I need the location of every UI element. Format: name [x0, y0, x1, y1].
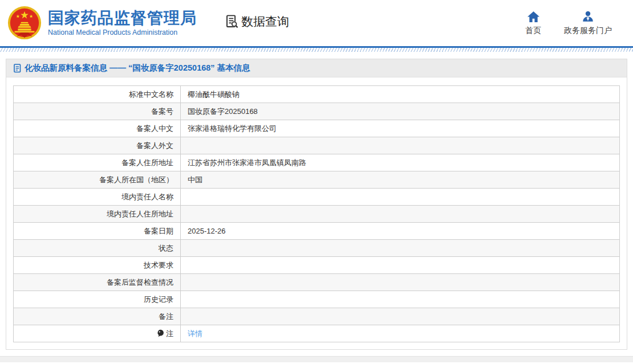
- row-label: 注: [14, 325, 181, 342]
- row-value: 2025-12-26: [181, 223, 620, 240]
- row-label: 历史记录: [14, 291, 181, 308]
- row-value: 详情: [181, 325, 620, 342]
- row-label: 备案人中文: [14, 120, 181, 137]
- user-icon: [582, 10, 594, 23]
- row-value: [181, 308, 620, 325]
- row-value: [181, 189, 620, 206]
- row-value: [181, 274, 620, 291]
- info-table-body: 标准中文名称椰油酰牛磺酸钠备案号国妆原备字20250168备案人中文张家港格瑞特…: [14, 86, 620, 342]
- table-row: 备案日期2025-12-26: [14, 223, 620, 240]
- breadcrumb: 化妆品新原料备案信息 —— “国妆原备字20250168” 基本信息: [6, 59, 627, 77]
- table-row: 标准中文名称椰油酰牛磺酸钠: [14, 86, 620, 103]
- table-row: 备案人住所地址江苏省苏州市张家港市凤凰镇凤南路: [14, 154, 620, 171]
- row-value: 国妆原备字20250168: [181, 103, 620, 120]
- row-value: [181, 206, 620, 223]
- note-balloon-icon: [157, 329, 164, 339]
- nav-portal-label: 政务服务门户: [564, 26, 612, 36]
- document-icon: [14, 64, 22, 73]
- data-query-label: 数据查询: [241, 14, 289, 30]
- row-label: 备案后监督检查情况: [14, 274, 181, 291]
- nav-portal[interactable]: 政务服务门户: [564, 10, 612, 36]
- row-value: 江苏省苏州市张家港市凤凰镇凤南路: [181, 154, 620, 171]
- nav-home-label: 首页: [525, 26, 541, 36]
- table-row: 历史记录: [14, 291, 620, 308]
- home-icon: [527, 10, 540, 23]
- row-label: 备案日期: [14, 223, 181, 240]
- row-label: 备案号: [14, 103, 181, 120]
- row-value: [181, 257, 620, 274]
- row-label: 境内责任人名称: [14, 189, 181, 206]
- row-label: 状态: [14, 240, 181, 257]
- row-label: 境内责任人住所地址: [14, 206, 181, 223]
- table-row: 备注: [14, 308, 620, 325]
- table-row: 备案人所在国（地区）中国: [14, 171, 620, 189]
- table-row: 境内责任人住所地址: [14, 206, 620, 223]
- site-header: 国家药品监督管理局 National Medical Products Admi…: [0, 0, 633, 46]
- table-row: 注详情: [14, 325, 620, 342]
- row-label: 备案人住所地址: [14, 154, 181, 171]
- nav-home[interactable]: 首页: [525, 10, 541, 36]
- row-value: 椰油酰牛磺酸钠: [181, 86, 620, 103]
- table-row: 境内责任人名称: [14, 189, 620, 206]
- table-row: 技术要求: [14, 257, 620, 274]
- table-row: 备案号国妆原备字20250168: [14, 103, 620, 120]
- row-label: 技术要求: [14, 257, 181, 274]
- data-query-icon: [224, 14, 240, 29]
- detail-link[interactable]: 详情: [188, 329, 202, 338]
- site-subtitle: National Medical Products Administration: [48, 28, 197, 36]
- footer-strip: [0, 356, 633, 362]
- content-panel: 化妆品新原料备案信息 —— “国妆原备字20250168” 基本信息 标准中文名…: [6, 59, 627, 350]
- row-value: [181, 291, 620, 308]
- data-query-tab[interactable]: 数据查询: [224, 14, 289, 30]
- row-value: 张家港格瑞特化学有限公司: [181, 120, 620, 137]
- row-label: 标准中文名称: [14, 86, 181, 103]
- row-value: [181, 137, 620, 154]
- row-label: 备注: [14, 308, 181, 325]
- row-value: 中国: [181, 171, 620, 189]
- row-label: 备案人所在国（地区）: [14, 171, 181, 189]
- table-row: 备案人中文张家港格瑞特化学有限公司: [14, 120, 620, 137]
- header-divider: [0, 46, 633, 52]
- info-table: 标准中文名称椰油酰牛磺酸钠备案号国妆原备字20250168备案人中文张家港格瑞特…: [13, 85, 620, 342]
- header-nav: 首页 政务服务门户: [525, 10, 612, 36]
- logo-group[interactable]: 国家药品监督管理局 National Medical Products Admi…: [7, 6, 197, 41]
- site-title: 国家药品监督管理局: [48, 10, 197, 27]
- row-value: [181, 240, 620, 257]
- table-row: 状态: [14, 240, 620, 257]
- table-row: 备案人外文: [14, 137, 620, 154]
- table-row: 备案后监督检查情况: [14, 274, 620, 291]
- national-emblem-icon: [7, 6, 42, 41]
- row-label: 备案人外文: [14, 137, 181, 154]
- page-title: 化妆品新原料备案信息 —— “国妆原备字20250168” 基本信息: [25, 63, 250, 73]
